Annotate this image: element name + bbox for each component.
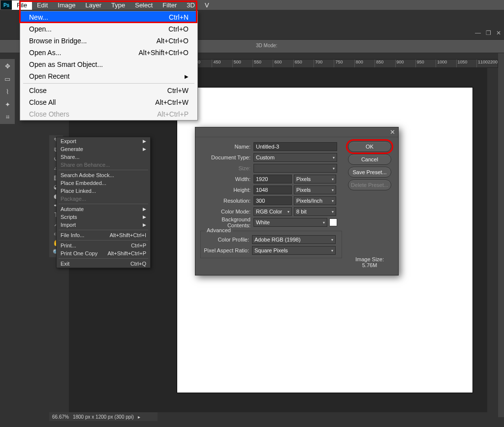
height-input[interactable] <box>253 185 292 194</box>
menu-image[interactable]: Image <box>53 0 80 10</box>
size-label: Size: <box>200 165 253 171</box>
par-select[interactable]: Square Pixels▾ <box>252 246 336 255</box>
file-submenu-exit[interactable]: ExitCtrl+Q <box>57 260 150 268</box>
move-tool[interactable]: ✥ <box>1 60 14 72</box>
file-submenu-share[interactable]: Share... <box>57 153 150 161</box>
chevron-down-icon: ▾ <box>332 210 334 214</box>
file-submenu-print[interactable]: Print...Ctrl+P <box>57 242 150 249</box>
tools-panel: ✥▭⌇✦⌗ <box>0 59 15 124</box>
ps-logo-icon: Ps <box>1 0 12 9</box>
bgcontents-select[interactable]: White▾ <box>253 218 327 227</box>
file-submenu-package: Package... <box>57 195 150 203</box>
submenu-arrow-icon: ▶ <box>143 214 146 219</box>
submenu-arrow-icon: ▶ <box>143 207 146 212</box>
menubar: Ps FileEditImageLayerTypeSelectFilter3DV <box>0 0 504 10</box>
height-label: Height: <box>200 187 253 193</box>
file-menu-dropdown: New...Ctrl+NOpen...Ctrl+OBrowse in Bridg… <box>20 11 198 121</box>
file-submenu-automate[interactable]: Automate▶ <box>57 205 150 213</box>
menu-edit[interactable]: Edit <box>32 0 53 10</box>
window-controls: — ❐ ✕ <box>475 30 501 36</box>
bitdepth-select[interactable]: 8 bit▾ <box>294 207 336 216</box>
file-menu-new[interactable]: New...Ctrl+N <box>20 11 197 23</box>
file-submenu-scripts[interactable]: Scripts▶ <box>57 213 150 221</box>
file-submenu-file-info[interactable]: File Info...Alt+Shift+Ctrl+I <box>57 231 150 239</box>
chevron-down-icon: ▾ <box>287 210 289 214</box>
right-panels-collapsed[interactable] <box>498 53 504 417</box>
colormode-select[interactable]: RGB Color▾ <box>253 207 292 216</box>
file-menu-browse-in-bridge[interactable]: Browse in Bridge...Alt+Ctrl+O <box>20 35 197 47</box>
file-menu-open[interactable]: Open...Ctrl+O <box>20 23 197 35</box>
file-submenu-place-linked[interactable]: Place Linked... <box>57 187 150 195</box>
menu-type[interactable]: Type <box>106 0 130 10</box>
file-submenu-import[interactable]: Import▶ <box>57 221 150 229</box>
doctype-select[interactable]: Custom▾ <box>253 153 337 162</box>
ruler-tick: 550 <box>252 60 273 67</box>
marquee-tool[interactable]: ▭ <box>1 73 14 85</box>
menu-v[interactable]: V <box>200 0 214 10</box>
submenu-arrow-icon: ▶ <box>143 222 146 227</box>
chevron-down-icon: ▾ <box>332 188 334 192</box>
ruler-tick: 900 <box>395 60 415 67</box>
ok-button[interactable]: OK <box>348 141 391 152</box>
file-submenu-print-one-copy[interactable]: Print One CopyAlt+Shift+Ctrl+P <box>57 249 150 257</box>
height-unit-select[interactable]: Pixels▾ <box>294 185 336 194</box>
file-submenu-search-adobe-stock[interactable]: Search Adobe Stock... <box>57 171 150 179</box>
file-menu-open-as-smart-object[interactable]: Open as Smart Object... <box>20 59 197 70</box>
chevron-down-icon: ▾ <box>332 199 334 203</box>
chevron-right-icon[interactable]: ▸ <box>138 414 140 420</box>
name-label: Name: <box>200 144 253 150</box>
colorprofile-label: Color Profile: <box>203 237 252 243</box>
zoom-level[interactable]: 66.67% <box>52 414 69 420</box>
ruler-tick: 1050 <box>456 60 476 67</box>
colorprofile-select[interactable]: Adobe RGB (1998)▾ <box>252 235 336 244</box>
wand-tool[interactable]: ✦ <box>1 98 14 110</box>
par-label: Pixel Aspect Ratio: <box>203 247 252 253</box>
ruler-tick: 450 <box>212 60 232 67</box>
file-menu-close-all[interactable]: Close AllAlt+Ctrl+W <box>20 96 197 108</box>
file-submenu-share-on-behance: Share on Behance... <box>57 161 150 169</box>
chevron-down-icon: ▾ <box>333 155 335 160</box>
crop-tool[interactable]: ⌗ <box>1 111 14 123</box>
file-menu-open-recent[interactable]: Open Recent▶ <box>20 70 197 82</box>
file-menu-close[interactable]: CloseCtrl+W <box>20 85 197 96</box>
save-preset-button[interactable]: Save Preset... <box>348 167 391 178</box>
lasso-tool[interactable]: ⌇ <box>1 86 14 97</box>
file-submenu-place-embedded[interactable]: Place Embedded... <box>57 179 150 187</box>
file-menu-close-others: Close OthersAlt+Ctrl+P <box>20 108 197 120</box>
ruler-tick: 500 <box>232 60 252 67</box>
file-submenu-export[interactable]: Export▶ <box>57 137 150 145</box>
resolution-input[interactable] <box>253 196 292 205</box>
bg-color-swatch[interactable] <box>329 218 337 226</box>
ruler-tick: 11002200 <box>476 60 498 67</box>
image-size-readout: Image Size: 5.76M <box>355 256 384 268</box>
bgcontents-label: Background Contents: <box>200 216 253 228</box>
ruler-tick: 850 <box>375 60 395 67</box>
width-input[interactable] <box>253 175 292 183</box>
menu-file[interactable]: File <box>12 0 32 10</box>
menu-3d[interactable]: 3D <box>182 0 200 10</box>
new-document-dialog: ✕ Name: Document Type: Custom▾ Size: ▾ W… <box>195 127 399 275</box>
minimize-icon[interactable]: — <box>475 30 481 36</box>
restore-icon[interactable]: ❐ <box>486 30 491 36</box>
cancel-button[interactable]: Cancel <box>348 154 391 165</box>
ruler-tick: 1000 <box>436 60 456 67</box>
ruler-tick: 750 <box>334 60 354 67</box>
name-input[interactable] <box>253 142 337 151</box>
width-label: Width: <box>200 176 253 182</box>
chevron-down-icon: ▾ <box>331 248 333 253</box>
width-unit-select[interactable]: Pixels▾ <box>294 175 336 183</box>
menu-layer[interactable]: Layer <box>81 0 107 10</box>
file-submenu: Export▶Generate▶Share...Share on Behance… <box>56 137 151 268</box>
menu-select[interactable]: Select <box>130 0 158 10</box>
dialog-close-icon[interactable]: ✕ <box>390 128 395 136</box>
delete-preset-button: Delete Preset... <box>348 180 391 190</box>
ruler-tick: 700 <box>314 60 334 67</box>
menu-filter[interactable]: Filter <box>158 0 182 10</box>
file-submenu-generate[interactable]: Generate▶ <box>57 145 150 153</box>
doctype-label: Document Type: <box>200 154 253 160</box>
close-icon[interactable]: ✕ <box>496 30 501 36</box>
file-menu-open-as[interactable]: Open As...Alt+Shift+Ctrl+O <box>20 47 197 59</box>
dialog-titlebar[interactable]: ✕ <box>195 127 398 137</box>
resolution-unit-select[interactable]: Pixels/Inch▾ <box>294 196 336 205</box>
advanced-group: Advanced Color Profile: Adobe RGB (1998)… <box>200 231 342 258</box>
